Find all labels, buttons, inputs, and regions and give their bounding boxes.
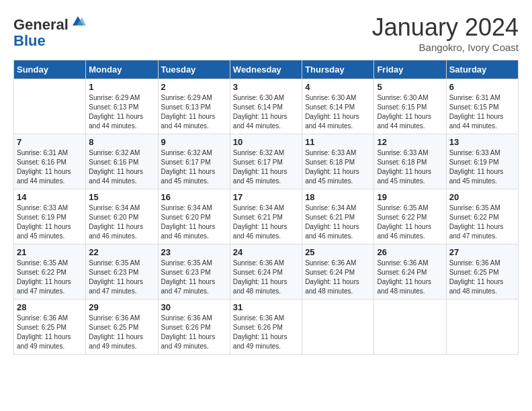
sunset-text: Sunset: 6:13 PM (161, 103, 211, 111)
sunrise-text: Sunrise: 6:30 AM (233, 94, 284, 101)
sunrise-text: Sunrise: 6:35 AM (17, 259, 68, 267)
sunset-text: Sunset: 6:22 PM (449, 214, 499, 221)
sunset-text: Sunset: 6:20 PM (161, 214, 211, 221)
sunset-text: Sunset: 6:18 PM (377, 158, 427, 166)
day-info: Sunrise: 6:36 AM Sunset: 6:25 PM Dayligh… (17, 314, 83, 351)
calendar-cell: 16 Sunrise: 6:34 AM Sunset: 6:20 PM Dayl… (158, 189, 230, 244)
daylight-text: Daylight: 11 hours and 48 minutes. (377, 278, 431, 295)
calendar-cell: 18 Sunrise: 6:34 AM Sunset: 6:21 PM Dayl… (302, 189, 374, 244)
daylight-text: Daylight: 11 hours and 45 minutes. (377, 168, 431, 185)
calendar-cell: 11 Sunrise: 6:33 AM Sunset: 6:18 PM Dayl… (302, 134, 374, 189)
calendar-cell: 5 Sunrise: 6:30 AM Sunset: 6:15 PM Dayli… (374, 79, 446, 134)
sunset-text: Sunset: 6:16 PM (17, 158, 66, 166)
weekday-header-row: SundayMondayTuesdayWednesdayThursdayFrid… (14, 60, 519, 79)
sunrise-text: Sunrise: 6:32 AM (89, 149, 140, 156)
daylight-text: Daylight: 11 hours and 47 minutes. (161, 278, 216, 295)
sunrise-text: Sunrise: 6:30 AM (305, 94, 356, 101)
day-number: 9 (161, 137, 227, 147)
day-info: Sunrise: 6:35 AM Sunset: 6:22 PM Dayligh… (377, 203, 443, 241)
day-number: 5 (377, 82, 443, 92)
calendar-cell: 3 Sunrise: 6:30 AM Sunset: 6:14 PM Dayli… (230, 79, 302, 134)
daylight-text: Daylight: 11 hours and 46 minutes. (89, 223, 143, 240)
sunset-text: Sunset: 6:26 PM (233, 324, 283, 331)
calendar-cell: 7 Sunrise: 6:31 AM Sunset: 6:16 PM Dayli… (14, 134, 86, 189)
day-info: Sunrise: 6:32 AM Sunset: 6:16 PM Dayligh… (89, 148, 154, 186)
day-info: Sunrise: 6:36 AM Sunset: 6:26 PM Dayligh… (233, 314, 299, 351)
sunrise-text: Sunrise: 6:29 AM (89, 94, 140, 101)
sunrise-text: Sunrise: 6:29 AM (161, 94, 212, 101)
calendar-cell (374, 300, 446, 355)
calendar-cell: 12 Sunrise: 6:33 AM Sunset: 6:18 PM Dayl… (374, 134, 446, 189)
sunset-text: Sunset: 6:14 PM (233, 103, 283, 111)
day-info: Sunrise: 6:31 AM Sunset: 6:16 PM Dayligh… (17, 148, 83, 186)
sunset-text: Sunset: 6:23 PM (89, 269, 138, 276)
daylight-text: Daylight: 11 hours and 44 minutes. (17, 168, 71, 185)
weekday-header-saturday: Saturday (446, 60, 518, 79)
daylight-text: Daylight: 11 hours and 49 minutes. (233, 333, 287, 350)
day-number: 11 (305, 137, 371, 147)
day-number: 14 (17, 192, 83, 202)
sunset-text: Sunset: 6:18 PM (305, 158, 355, 166)
sunrise-text: Sunrise: 6:34 AM (233, 204, 284, 212)
day-info: Sunrise: 6:30 AM Sunset: 6:14 PM Dayligh… (305, 93, 371, 131)
sunrise-text: Sunrise: 6:36 AM (449, 259, 500, 267)
calendar-week-4: 21 Sunrise: 6:35 AM Sunset: 6:22 PM Dayl… (14, 244, 519, 300)
sunrise-text: Sunrise: 6:34 AM (305, 204, 356, 212)
sunrise-text: Sunrise: 6:31 AM (17, 149, 68, 156)
day-number: 20 (449, 192, 515, 202)
day-number: 6 (449, 82, 515, 92)
day-info: Sunrise: 6:34 AM Sunset: 6:20 PM Dayligh… (161, 203, 227, 241)
sunset-text: Sunset: 6:14 PM (305, 103, 355, 111)
day-info: Sunrise: 6:33 AM Sunset: 6:19 PM Dayligh… (449, 148, 515, 186)
sunset-text: Sunset: 6:24 PM (233, 269, 283, 276)
calendar-cell: 20 Sunrise: 6:35 AM Sunset: 6:22 PM Dayl… (446, 189, 518, 244)
day-info: Sunrise: 6:33 AM Sunset: 6:18 PM Dayligh… (377, 148, 443, 186)
day-number: 16 (161, 192, 227, 202)
sunrise-text: Sunrise: 6:34 AM (161, 204, 212, 212)
calendar-week-5: 28 Sunrise: 6:36 AM Sunset: 6:25 PM Dayl… (14, 300, 519, 355)
day-info: Sunrise: 6:29 AM Sunset: 6:13 PM Dayligh… (89, 93, 154, 131)
day-number: 28 (17, 302, 83, 312)
day-number: 25 (305, 247, 371, 257)
calendar-cell (302, 300, 374, 355)
weekday-header-friday: Friday (374, 60, 446, 79)
title-block: January 2024 Bangokro, Ivory Coast (372, 13, 519, 53)
logo: General Blue (13, 13, 86, 49)
month-title: January 2024 (372, 13, 519, 42)
logo-icon (70, 13, 86, 30)
calendar-cell: 30 Sunrise: 6:36 AM Sunset: 6:26 PM Dayl… (158, 300, 230, 355)
daylight-text: Daylight: 11 hours and 49 minutes. (17, 333, 71, 350)
sunrise-text: Sunrise: 6:35 AM (449, 204, 500, 212)
day-info: Sunrise: 6:36 AM Sunset: 6:26 PM Dayligh… (161, 314, 227, 351)
sunset-text: Sunset: 6:25 PM (449, 269, 499, 276)
calendar-cell: 23 Sunrise: 6:35 AM Sunset: 6:23 PM Dayl… (158, 244, 230, 300)
day-info: Sunrise: 6:30 AM Sunset: 6:14 PM Dayligh… (233, 93, 299, 131)
day-number: 30 (161, 302, 227, 312)
calendar-week-3: 14 Sunrise: 6:33 AM Sunset: 6:19 PM Dayl… (14, 189, 519, 244)
day-info: Sunrise: 6:31 AM Sunset: 6:15 PM Dayligh… (449, 93, 515, 131)
daylight-text: Daylight: 11 hours and 46 minutes. (377, 223, 431, 240)
calendar-cell: 1 Sunrise: 6:29 AM Sunset: 6:13 PM Dayli… (86, 79, 158, 134)
daylight-text: Daylight: 11 hours and 44 minutes. (89, 113, 143, 130)
day-number: 2 (161, 82, 227, 92)
calendar-cell: 14 Sunrise: 6:33 AM Sunset: 6:19 PM Dayl… (14, 189, 86, 244)
sunrise-text: Sunrise: 6:35 AM (377, 204, 428, 212)
day-info: Sunrise: 6:34 AM Sunset: 6:20 PM Dayligh… (89, 203, 154, 241)
day-info: Sunrise: 6:35 AM Sunset: 6:23 PM Dayligh… (89, 259, 154, 296)
daylight-text: Daylight: 11 hours and 44 minutes. (233, 113, 287, 130)
calendar-cell (14, 79, 86, 134)
calendar-cell: 27 Sunrise: 6:36 AM Sunset: 6:25 PM Dayl… (446, 244, 518, 300)
day-number: 18 (305, 192, 371, 202)
sunrise-text: Sunrise: 6:32 AM (233, 149, 284, 156)
daylight-text: Daylight: 11 hours and 48 minutes. (449, 278, 504, 295)
sunrise-text: Sunrise: 6:33 AM (377, 149, 428, 156)
daylight-text: Daylight: 11 hours and 44 minutes. (161, 113, 216, 130)
day-info: Sunrise: 6:36 AM Sunset: 6:24 PM Dayligh… (305, 259, 371, 296)
sunset-text: Sunset: 6:20 PM (89, 214, 138, 221)
sunset-text: Sunset: 6:24 PM (377, 269, 427, 276)
daylight-text: Daylight: 11 hours and 44 minutes. (89, 168, 143, 185)
day-number: 1 (89, 82, 154, 92)
daylight-text: Daylight: 11 hours and 44 minutes. (449, 113, 504, 130)
daylight-text: Daylight: 11 hours and 49 minutes. (161, 333, 216, 350)
calendar-cell: 25 Sunrise: 6:36 AM Sunset: 6:24 PM Dayl… (302, 244, 374, 300)
